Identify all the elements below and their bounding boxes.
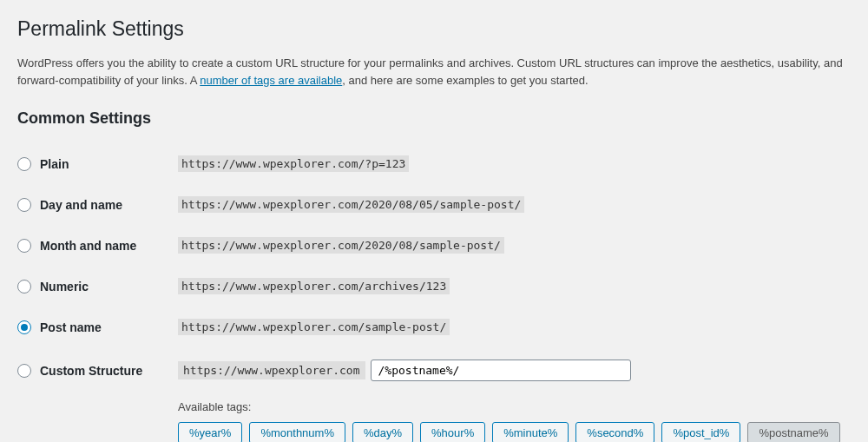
radio-plain[interactable] <box>17 157 31 171</box>
example-month-name: https://www.wpexplorer.com/2020/08/sampl… <box>178 237 504 254</box>
radio-custom[interactable] <box>17 364 31 378</box>
label-day-name[interactable]: Day and name <box>40 198 122 212</box>
example-plain: https://www.wpexplorer.com/?p=123 <box>178 155 409 172</box>
tag-button[interactable]: %year% <box>178 422 242 442</box>
tags-link[interactable]: number of tags are available <box>200 74 342 87</box>
option-row-month-name: Month and name https://www.wpexplorer.co… <box>17 225 851 266</box>
tag-button[interactable]: %minute% <box>492 422 569 442</box>
example-day-name: https://www.wpexplorer.com/2020/08/05/sa… <box>178 196 524 213</box>
label-custom[interactable]: Custom Structure <box>40 364 142 378</box>
tag-button[interactable]: %monthnum% <box>249 422 345 442</box>
radio-post-name[interactable] <box>17 320 31 334</box>
available-tags-block: Available tags: %year%%monthnum%%day%%ho… <box>178 400 851 442</box>
label-month-name[interactable]: Month and name <box>40 239 136 253</box>
radio-day-name[interactable] <box>17 198 31 212</box>
custom-prefix: https://www.wpexplorer.com <box>178 361 365 379</box>
option-row-plain: Plain https://www.wpexplorer.com/?p=123 <box>17 143 851 184</box>
available-tags-label: Available tags: <box>178 400 851 413</box>
option-row-day-name: Day and name https://www.wpexplorer.com/… <box>17 184 851 225</box>
option-row-numeric: Numeric https://www.wpexplorer.com/archi… <box>17 266 851 307</box>
tag-button[interactable]: %hour% <box>420 422 485 442</box>
example-numeric: https://www.wpexplorer.com/archives/123 <box>178 278 450 294</box>
tag-button[interactable]: %postname% <box>747 422 839 442</box>
radio-numeric[interactable] <box>17 280 31 294</box>
tag-button[interactable]: %day% <box>352 422 413 442</box>
common-settings-heading: Common Settings <box>17 109 851 128</box>
tag-buttons-row: %year%%monthnum%%day%%hour%%minute%%seco… <box>178 422 851 442</box>
page-title: Permalink Settings <box>17 17 851 41</box>
intro-paragraph: WordPress offers you the ability to crea… <box>17 55 851 89</box>
example-post-name: https://www.wpexplorer.com/sample-post/ <box>178 319 450 335</box>
intro-text-post: , and here are some examples to get you … <box>342 74 588 87</box>
label-numeric[interactable]: Numeric <box>40 280 89 294</box>
custom-structure-input[interactable] <box>371 360 631 381</box>
tag-button[interactable]: %second% <box>575 422 654 442</box>
label-post-name[interactable]: Post name <box>40 320 102 334</box>
tag-button[interactable]: %post_id% <box>661 422 740 442</box>
radio-month-name[interactable] <box>17 239 31 253</box>
option-row-custom: Custom Structure https://www.wpexplorer.… <box>17 347 851 393</box>
label-plain[interactable]: Plain <box>40 157 69 171</box>
option-row-post-name: Post name https://www.wpexplorer.com/sam… <box>17 307 851 347</box>
